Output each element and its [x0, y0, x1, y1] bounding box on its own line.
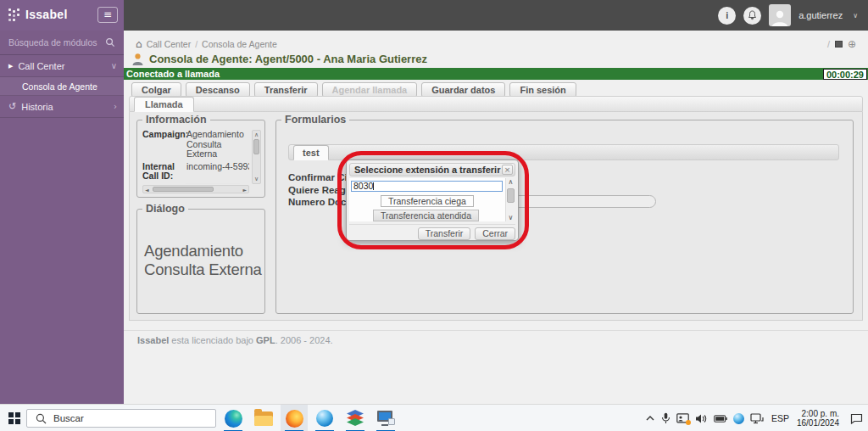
transferir-dialog-button[interactable]: Transferir [418, 227, 471, 240]
breadcrumb-call-center[interactable]: Call Center [147, 39, 192, 49]
license-footer: Issabel esta licenciado bajo GPL. 2006 -… [137, 335, 333, 345]
tab-test[interactable]: test [293, 145, 329, 160]
formularios-legend: Formularios [281, 114, 349, 126]
notification-center-icon[interactable] [850, 412, 863, 424]
issabel-logo-icon [8, 8, 20, 22]
softphone-taskbar-button[interactable] [311, 405, 338, 431]
transferencia-ciega-button[interactable]: Transferencia ciega [381, 195, 474, 207]
firefox-taskbar-button[interactable] [281, 405, 308, 431]
scrollbar-thumb[interactable] [507, 188, 515, 203]
page-title-row: Consola de Agente: Agent/5000 - Ana Mari… [131, 53, 427, 65]
time: 2:00 p. m. [797, 409, 839, 419]
scroll-down-icon[interactable]: ∨ [506, 214, 515, 221]
scrollbar-thumb[interactable] [153, 187, 214, 192]
logo-text: Issabel [25, 8, 68, 21]
status-dot [686, 420, 691, 425]
dialog-content: 8030 Transferencia ciega Transferencia a… [349, 178, 515, 221]
network-icon[interactable] [750, 413, 764, 424]
home-icon[interactable]: ⌂ [136, 38, 142, 50]
info-horizontal-scrollbar[interactable]: ◄ ► [142, 185, 249, 193]
screen-share-icon[interactable] [676, 413, 689, 424]
edge-taskbar-button[interactable] [220, 405, 247, 431]
footer-text: esta licenciado bajo [169, 335, 256, 345]
dialogo-legend: Diálogo [142, 203, 188, 215]
dialog-titlebar[interactable]: Seleccione extensión a transferir × [349, 163, 515, 176]
taskbar-search-input[interactable]: Buscar [26, 409, 216, 428]
sidebar-item-label: Historia [21, 102, 114, 112]
module-search-input[interactable]: Búsqueda de módulos [0, 31, 124, 55]
clock[interactable]: 2:00 p. m. 16/01/2024 [797, 409, 839, 428]
remote-desktop-icon [376, 411, 395, 426]
username[interactable]: a.gutierrez [798, 10, 843, 20]
internal-call-id-value: incoming-4-599335 [186, 162, 249, 182]
start-button-icon[interactable] [8, 412, 20, 424]
user-menu-chevron-icon[interactable]: ∨ [853, 12, 858, 20]
remote-desktop-taskbar-button[interactable] [372, 405, 399, 431]
top-header-bar: Issabel ≡ i a.gutierrez ∨ [0, 0, 868, 31]
file-explorer-taskbar-button[interactable] [250, 405, 277, 431]
text-cursor [373, 182, 374, 190]
sidebar-item-label: Call Center [18, 61, 110, 71]
extension-input[interactable]: 8030 [351, 181, 503, 192]
tab-strip [129, 96, 863, 112]
layers-app-taskbar-button[interactable] [342, 405, 369, 431]
page-title: Consola de Agente: Agent/5000 - Ana Mari… [149, 53, 427, 65]
scroll-left-icon[interactable]: ◄ [145, 186, 149, 193]
dialogo-fieldset: Diálogo Agendamiento Consulta Externa [136, 209, 265, 314]
call-timer: 00:00:29 [823, 69, 867, 80]
search-icon [105, 37, 115, 48]
footer-brand: Issabel [137, 335, 169, 345]
informacion-legend: Información [142, 114, 210, 126]
bell-icon[interactable] [743, 7, 761, 25]
sidebar-item-consola-de-agente[interactable]: Consola de Agente [0, 77, 124, 96]
call-info-list: Campaign: Agendamiento Consulta Externa … [142, 130, 249, 184]
chevron-right-icon: › [114, 102, 117, 111]
history-icon: ↺ [8, 101, 16, 112]
internal-call-id-label: Internal Call ID: [142, 162, 186, 182]
scroll-right-icon[interactable]: ► [242, 186, 247, 193]
scroll-down-icon[interactable]: ∨ [253, 176, 260, 182]
status-text: Conectado a llamada [126, 68, 220, 80]
folder-icon [254, 411, 273, 426]
user-avatar[interactable] [769, 4, 791, 26]
info-icon[interactable]: i [718, 7, 736, 25]
language-indicator[interactable]: ESP [770, 413, 791, 423]
info-vertical-scrollbar[interactable]: ∧ ∨ [252, 130, 261, 184]
layers-icon [346, 410, 364, 427]
taskbar-search-placeholder: Buscar [53, 413, 84, 423]
transfer-dialog: Seleccione extensión a transferir × 8030… [346, 160, 519, 241]
dialog-scrollbar[interactable]: ∧ ∨ [505, 178, 515, 221]
transferencia-atendida-button[interactable]: Transferencia atendida [373, 210, 479, 221]
breadcrumb: ⌂ Call Center / Consola de Agente / ⊕ [124, 36, 868, 53]
panel-toggle-icon[interactable] [835, 41, 843, 48]
campaign-label: Campaign: [142, 130, 186, 160]
cerrar-dialog-button[interactable]: Cerrar [475, 227, 515, 240]
battery-icon[interactable] [714, 415, 727, 423]
close-icon[interactable]: × [502, 165, 513, 175]
tray-expand-chevron-icon[interactable] [645, 414, 655, 423]
screen: Issabel ≡ i a.gutierrez ∨ Búsqueda de mó… [0, 0, 868, 431]
windows-taskbar: Buscar [0, 404, 868, 431]
scrollbar-thumb[interactable] [253, 139, 259, 154]
logo-block: Issabel ≡ [0, 0, 124, 31]
module-search-placeholder: Búsqueda de módulos [8, 37, 105, 48]
scroll-up-icon[interactable]: ∧ [253, 132, 260, 138]
call-status-bar: Conectado a llamada 00:00:29 [124, 68, 868, 80]
search-icon [36, 413, 47, 424]
tab-llamada[interactable]: Llamada [134, 97, 194, 112]
skype-tray-icon[interactable] [733, 413, 744, 424]
campaign-value: Agendamiento Consulta Externa [186, 130, 249, 160]
sidebar-subitem-label: Consola de Agente [22, 81, 97, 92]
speaker-icon[interactable] [695, 413, 708, 424]
informacion-fieldset: Información Campaign: Agendamiento Consu… [136, 120, 265, 198]
footer-license: GPL [256, 335, 275, 345]
sidebar-item-historia[interactable]: ↺ Historia › [0, 96, 124, 118]
crosshair-icon[interactable]: ⊕ [848, 38, 856, 50]
footer-divider [124, 330, 868, 331]
microphone-icon[interactable] [661, 412, 670, 424]
form-tab-strip [288, 144, 839, 160]
sidebar-item-call-center[interactable]: ▶ Call Center ∨ [0, 55, 124, 77]
scroll-up-icon[interactable]: ∧ [506, 178, 515, 186]
breadcrumb-separator: / [195, 39, 198, 49]
hamburger-menu-icon[interactable]: ≡ [97, 7, 118, 23]
